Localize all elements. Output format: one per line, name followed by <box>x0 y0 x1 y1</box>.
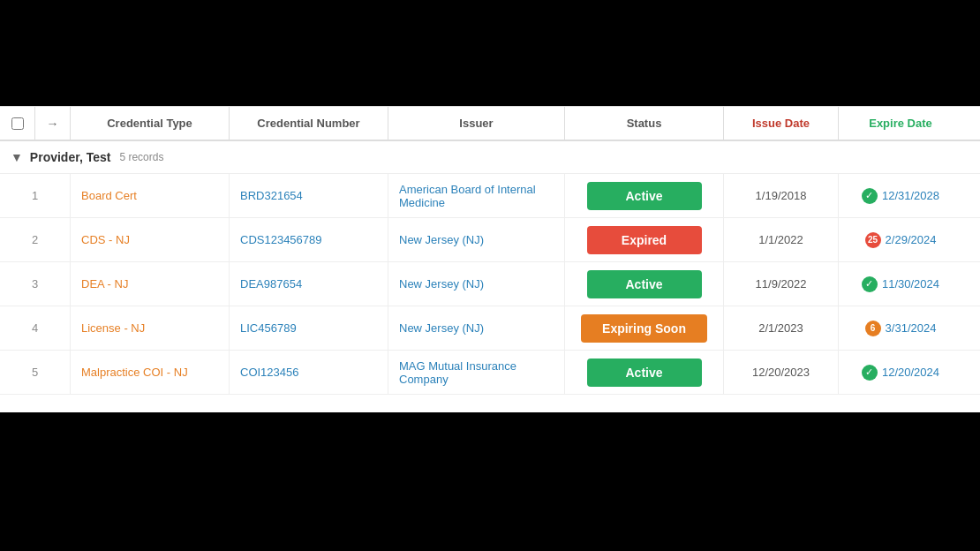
status-cell: Expired <box>565 218 724 261</box>
row-number: 5 <box>0 351 71 394</box>
credential-type-cell[interactable]: DEA - NJ <box>71 262 230 306</box>
table-row: 3DEA - NJDEA987654New Jersey (NJ)Active1… <box>0 262 980 306</box>
row-number: 3 <box>0 262 71 306</box>
issue-date-cell: 11/9/2022 <box>724 262 839 306</box>
issue-date-cell: 1/1/2022 <box>724 218 839 261</box>
col-header-issue-date: Issue Date <box>724 107 839 140</box>
expand-icon: → <box>47 117 59 131</box>
days-remaining-icon: 6 <box>865 321 881 336</box>
screen-wrapper: → Credential Type Credential Number Issu… <box>0 0 980 551</box>
expire-date-cell: ✓12/20/2024 <box>839 351 962 394</box>
status-cell: Active <box>565 262 724 306</box>
table-row: 4License - NJLIC456789New Jersey (NJ)Exp… <box>0 306 980 351</box>
expire-date-text[interactable]: 3/31/2024 <box>886 321 937 335</box>
status-badge: Expired <box>587 226 702 254</box>
expire-date-cell: 63/31/2024 <box>839 306 962 350</box>
table-row: 5Malpractice COI - NJCOI123456MAG Mutual… <box>0 351 980 395</box>
table-row: 1Board CertBRD321654American Board of In… <box>0 174 980 218</box>
issue-date-cell: 12/20/2023 <box>724 351 839 394</box>
expire-date-text[interactable]: 11/30/2024 <box>882 277 939 291</box>
expire-date-cell: ✓11/30/2024 <box>839 262 962 306</box>
select-all-checkbox[interactable] <box>11 117 24 130</box>
issuer-cell[interactable]: New Jersey (NJ) <box>388 262 565 306</box>
days-overdue-icon: 25 <box>865 232 881 248</box>
table-body: 1Board CertBRD321654American Board of In… <box>0 174 980 395</box>
issue-date-cell: 2/1/2023 <box>724 306 839 350</box>
col-header-issuer: Issuer <box>388 107 565 140</box>
group-name: Provider, Test <box>30 150 111 164</box>
table-row: 2CDS - NJCDS123456789New Jersey (NJ)Expi… <box>0 218 980 262</box>
issuer-cell[interactable]: New Jersey (NJ) <box>388 306 565 350</box>
issuer-cell[interactable]: New Jersey (NJ) <box>388 218 565 261</box>
expire-date-cell: 252/29/2024 <box>839 218 962 261</box>
expire-date-text[interactable]: 12/20/2024 <box>882 366 939 379</box>
table-header: → Credential Type Credential Number Issu… <box>0 106 980 141</box>
status-cell: Active <box>565 174 724 217</box>
credential-number-cell[interactable]: LIC456789 <box>230 306 388 350</box>
status-badge: Active <box>587 182 702 210</box>
expire-date-cell: ✓12/31/2028 <box>839 174 962 217</box>
group-count: 5 records <box>119 151 163 163</box>
group-collapse-chevron[interactable]: ▼ <box>11 150 23 164</box>
status-badge: Active <box>587 270 702 298</box>
row-number: 1 <box>0 174 71 217</box>
credential-type-cell[interactable]: Board Cert <box>71 174 230 217</box>
check-icon: ✓ <box>862 365 878 381</box>
credential-type-cell[interactable]: CDS - NJ <box>71 218 230 261</box>
status-cell: Expiring Soon <box>565 306 724 350</box>
col-header-credential-type: Credential Type <box>71 107 230 140</box>
credential-number-cell[interactable]: BRD321654 <box>230 174 388 217</box>
credential-number-cell[interactable]: COI123456 <box>230 351 388 394</box>
check-icon: ✓ <box>862 188 878 204</box>
row-number: 2 <box>0 218 71 261</box>
check-icon: ✓ <box>862 276 878 292</box>
col-header-status: Status <box>565 107 724 140</box>
col-header-expire-date: Expire Date <box>839 107 962 140</box>
status-cell: Active <box>565 351 724 394</box>
expire-date-text[interactable]: 12/31/2028 <box>882 189 939 202</box>
content-area: → Credential Type Credential Number Issu… <box>0 106 980 412</box>
group-header: ▼ Provider, Test 5 records <box>0 141 980 174</box>
credential-number-cell[interactable]: CDS123456789 <box>230 218 388 261</box>
credential-type-cell[interactable]: Malpractice COI - NJ <box>71 351 230 394</box>
status-badge: Active <box>587 359 702 387</box>
col-header-credential-number: Credential Number <box>230 107 388 140</box>
status-badge: Expiring Soon <box>581 314 707 343</box>
issuer-cell[interactable]: MAG Mutual Insurance Company <box>388 351 565 394</box>
issue-date-cell: 1/19/2018 <box>724 174 839 217</box>
issuer-cell[interactable]: American Board of Internal Medicine <box>388 174 565 217</box>
select-all-checkbox-cell[interactable] <box>0 107 35 140</box>
credential-type-cell[interactable]: License - NJ <box>71 306 230 350</box>
credential-number-cell[interactable]: DEA987654 <box>230 262 388 306</box>
expire-date-text[interactable]: 2/29/2024 <box>886 233 937 246</box>
expand-col-header: → <box>35 107 71 140</box>
row-number: 4 <box>0 306 71 350</box>
